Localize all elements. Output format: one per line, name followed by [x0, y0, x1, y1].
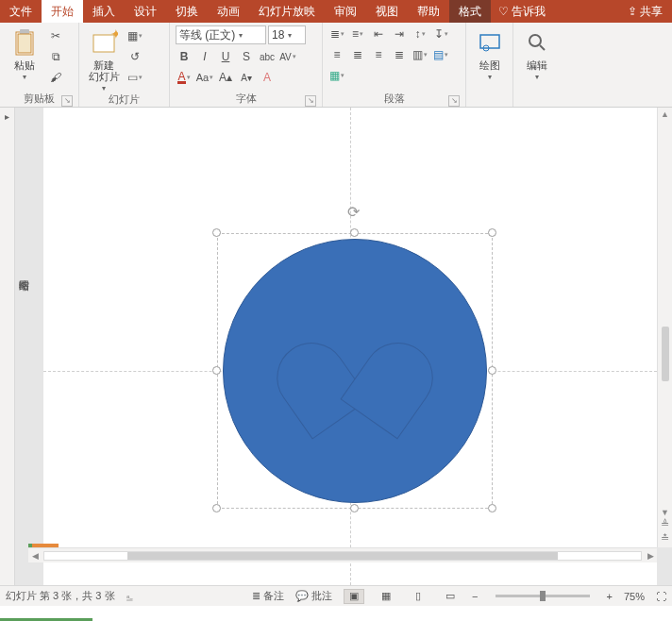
- section-button[interactable]: ▭▾: [126, 69, 143, 86]
- format-painter-button[interactable]: 🖌: [47, 69, 64, 86]
- shape-selection[interactable]: ⟳: [217, 233, 493, 509]
- align-text-button[interactable]: ▤▾: [432, 46, 449, 63]
- zoom-slider[interactable]: [496, 595, 590, 597]
- resize-handle-s[interactable]: [350, 504, 359, 512]
- justify-button[interactable]: ≣: [391, 46, 408, 63]
- tab-help[interactable]: 帮助: [408, 0, 449, 23]
- prev-slide-icon[interactable]: ≜: [661, 518, 669, 530]
- horizontal-scrollbar[interactable]: ◀ ▶: [28, 547, 657, 562]
- scrollbar-thumb[interactable]: [127, 552, 557, 560]
- sorter-view-button[interactable]: ▦: [376, 589, 396, 604]
- thumbnails-pane-collapsed[interactable]: ▸: [0, 108, 15, 585]
- notes-button[interactable]: ≣ 备注: [252, 589, 284, 603]
- scrollbar-thumb[interactable]: [662, 327, 669, 381]
- cut-button[interactable]: ✂: [47, 27, 64, 44]
- tab-review[interactable]: 审阅: [325, 0, 366, 23]
- clear-format-button[interactable]: A: [259, 69, 276, 86]
- new-slide-button[interactable]: ✦ 新建 幻灯片 ▾: [85, 25, 123, 92]
- tab-animation[interactable]: 动画: [208, 0, 249, 23]
- char-spacing-button[interactable]: AV▾: [279, 48, 296, 65]
- numbering-button[interactable]: ≡▾: [349, 25, 366, 42]
- slide-counter: 幻灯片 第 3 张，共 3 张: [6, 589, 115, 603]
- text-dir-icon: ↧: [434, 27, 444, 41]
- slideshow-view-button[interactable]: ▭: [440, 589, 461, 604]
- align-center-button[interactable]: ≣: [349, 46, 366, 63]
- resize-handle-nw[interactable]: [212, 228, 221, 237]
- tab-home[interactable]: 开始: [42, 0, 83, 23]
- resize-handle-se[interactable]: [488, 504, 496, 512]
- comments-button[interactable]: 💬 批注: [295, 589, 332, 603]
- zoom-in-button[interactable]: +: [607, 591, 613, 602]
- bold-button[interactable]: B: [176, 48, 193, 65]
- paste-button[interactable]: 粘贴 ▾: [6, 25, 43, 81]
- resize-handle-ne[interactable]: [488, 228, 496, 237]
- tab-insert[interactable]: 插入: [83, 0, 125, 23]
- layout-button[interactable]: ▦▾: [126, 27, 143, 44]
- resize-handle-sw[interactable]: [212, 504, 221, 512]
- indent-inc-button[interactable]: ⇥: [391, 25, 408, 42]
- scroll-up-icon[interactable]: ▲: [661, 109, 669, 119]
- italic-button[interactable]: I: [196, 48, 213, 65]
- tab-slideshow[interactable]: 幻灯片放映: [249, 0, 325, 23]
- vertical-scrollbar[interactable]: ▲ ▼ ≜ ≛: [657, 108, 672, 547]
- columns-icon: ▥: [412, 48, 423, 61]
- font-name-combo[interactable]: 等线 (正文)▾: [176, 25, 266, 44]
- tellme[interactable]: ♡ 告诉我: [491, 0, 553, 23]
- dialog-launcher-icon[interactable]: ↘: [305, 95, 316, 107]
- scroll-right-icon[interactable]: ▶: [644, 551, 657, 561]
- tab-format[interactable]: 格式: [449, 0, 491, 23]
- scroll-down-icon[interactable]: ▼: [661, 508, 669, 517]
- chevron-down-icon: ▾: [239, 31, 243, 40]
- font-color-button[interactable]: A▾: [176, 69, 193, 86]
- grow-font-button[interactable]: A▴: [217, 69, 234, 86]
- resize-handle-e[interactable]: [488, 366, 496, 375]
- resize-handle-w[interactable]: [212, 366, 221, 375]
- next-slide-icon[interactable]: ≛: [661, 532, 669, 545]
- columns-button[interactable]: ▥▾: [412, 46, 428, 63]
- drawing-button[interactable]: 绘图▾: [472, 25, 507, 81]
- scroll-left-icon[interactable]: ◀: [28, 551, 42, 561]
- text-shadow-button[interactable]: abc: [259, 48, 276, 65]
- resize-handle-n[interactable]: [350, 228, 359, 237]
- reading-view-button[interactable]: ▯: [408, 589, 428, 604]
- spellcheck-icon[interactable]: ⎁: [126, 591, 133, 602]
- tab-view[interactable]: 视图: [366, 0, 408, 23]
- strike-button[interactable]: S: [238, 48, 255, 65]
- editing-button[interactable]: 编辑▾: [519, 25, 555, 81]
- reset-button[interactable]: ↺: [126, 48, 143, 65]
- oval-shape[interactable]: [223, 239, 487, 503]
- slide-editor: ▸ 缩略图 ⟳ ▲ ▼ ≜ ≛ ◀ ▶: [0, 108, 672, 585]
- zoom-level[interactable]: 75%: [624, 591, 645, 602]
- justify-icon: ≣: [395, 48, 404, 61]
- text-direction-button[interactable]: ↧▾: [432, 25, 449, 42]
- align-left-button[interactable]: ≡: [328, 46, 345, 63]
- fit-window-button[interactable]: ⛶: [656, 591, 666, 602]
- font-size-combo[interactable]: 18▾: [268, 25, 306, 44]
- underline-button[interactable]: U: [217, 48, 234, 65]
- slide-canvas[interactable]: ⟳: [43, 108, 657, 585]
- shrink-font-button[interactable]: A▾: [238, 69, 255, 86]
- normal-view-button[interactable]: ▣: [344, 589, 364, 604]
- sorter-view-icon: ▦: [381, 590, 391, 602]
- dialog-launcher-icon[interactable]: ↘: [61, 95, 73, 107]
- zoom-slثumb[interactable]: [540, 591, 546, 601]
- zoom-out-button[interactable]: −: [472, 591, 478, 602]
- align-left-icon: ≡: [333, 48, 340, 61]
- tab-file[interactable]: 文件: [0, 0, 42, 23]
- line-spacing-button[interactable]: ↕▾: [412, 25, 428, 42]
- indent-dec-button[interactable]: ⇤: [370, 25, 387, 42]
- new-slide-icon: ✦: [89, 27, 119, 58]
- line-spacing-icon: ↕: [415, 27, 421, 41]
- tab-transition[interactable]: 切换: [166, 0, 208, 23]
- rotate-handle-icon[interactable]: ⟳: [347, 203, 360, 221]
- bullets-button[interactable]: ≣▾: [328, 25, 345, 42]
- convert-smartart-button[interactable]: ▦▾: [328, 67, 345, 84]
- change-case-button[interactable]: Aa▾: [196, 69, 213, 86]
- share-button[interactable]: ⇪ 共享: [618, 0, 672, 23]
- tab-design[interactable]: 设计: [125, 0, 166, 23]
- scissors-icon: ✂: [51, 29, 60, 42]
- align-right-button[interactable]: ≡: [370, 46, 387, 63]
- dialog-launcher-icon[interactable]: ↘: [448, 95, 460, 107]
- indent-icon: ⇥: [395, 27, 404, 41]
- copy-button[interactable]: ⧉: [47, 48, 64, 65]
